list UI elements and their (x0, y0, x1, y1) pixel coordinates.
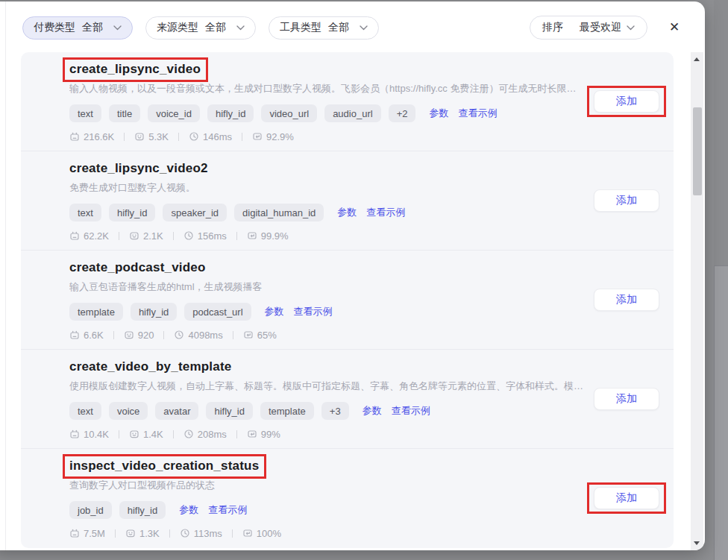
tool-stats: 6.6K 920 4098ms 65% (69, 328, 594, 342)
add-area: 添加 (594, 289, 659, 311)
calls-count: 10.4K (84, 429, 109, 440)
clock-icon (180, 528, 190, 538)
tool-list-item[interactable]: create_video_by_template 使用模版创建数字人视频，自动上… (21, 350, 674, 449)
examples-link[interactable]: 查看示例 (458, 107, 497, 120)
params-link[interactable]: 参数 (265, 305, 284, 318)
scrollbar[interactable] (691, 52, 703, 550)
stat-divider (163, 331, 164, 339)
filter-source-type[interactable]: 来源类型 全部 (145, 16, 256, 40)
success-rate: 99% (261, 429, 280, 440)
stat-divider (232, 529, 233, 538)
tool-select-dialog: 付费类型 全部 来源类型 全部 工具类型 全部 排序 最受欢迎 ✕ creat (0, 1, 705, 550)
tool-list-item[interactable]: create_lipsync_video 输入人物视频，以及一段音频或文本，生成… (21, 52, 674, 151)
tool-name: create_podcast_video (69, 259, 206, 277)
examples-link[interactable]: 查看示例 (208, 503, 247, 517)
stat-divider (236, 430, 237, 438)
clock-icon (183, 429, 194, 439)
stat-divider (119, 232, 119, 240)
tag-line: texttitlevoice_idhifly_idvideo_urlaudio_… (69, 104, 587, 122)
latency-value: 146ms (203, 131, 232, 142)
stat-divider (115, 529, 116, 538)
success-rate: 100% (257, 528, 281, 539)
params-link[interactable]: 参数 (363, 404, 382, 418)
success-rate-icon (247, 230, 257, 241)
filter-value: 全部 (82, 21, 103, 34)
stat-divider (124, 133, 125, 141)
add-button[interactable]: 添加 (594, 289, 659, 311)
tool-list-item[interactable]: create_lipsync_video2 免费生成对口型数字人视频。 text… (21, 151, 674, 251)
tag-chip: job_id (69, 501, 112, 519)
bots-count: 1.3K (139, 528, 160, 539)
close-icon[interactable]: ✕ (666, 19, 682, 36)
sort-dropdown[interactable]: 排序 最受欢迎 (530, 16, 647, 40)
calls-count: 216.6K (84, 131, 114, 142)
tool-name: inspect_video_creation_status (63, 454, 266, 479)
calls-count: 62.2K (84, 230, 109, 242)
tag-chip: digital_human_id (234, 204, 324, 221)
stat-divider (178, 133, 179, 141)
robot-calls-icon (69, 230, 80, 241)
scrollbar-thumb[interactable] (693, 107, 702, 195)
tag-line: templatehifly_idpodcast_url 参数 查看示例 (69, 303, 594, 321)
chevron-down-icon (113, 25, 122, 31)
tag-chip: title (109, 104, 140, 122)
tag-line: textvoiceavatarhifly_idtemplate+3 参数 查看示… (69, 402, 594, 420)
tool-list-item[interactable]: create_podcast_video 输入豆包语音播客生成的html，生成视… (21, 251, 674, 350)
chevron-down-icon (627, 25, 635, 31)
tool-description: 免费生成对口型数字人视频。 (69, 181, 594, 195)
tag-list: job_idhifly_id (69, 501, 173, 519)
tool-stats: 62.2K 2.1K 156ms 99.9% (69, 229, 594, 242)
sort-label: 排序 (542, 21, 563, 34)
clock-icon (174, 330, 184, 340)
chevron-down-icon (236, 25, 245, 31)
add-wrap: 添加 (594, 388, 659, 410)
latency-value: 156ms (198, 230, 227, 242)
dimmed-background-lower (714, 265, 728, 560)
examples-link[interactable]: 查看示例 (392, 404, 430, 418)
scroll-up-icon[interactable] (694, 57, 700, 61)
add-button[interactable]: 添加 (594, 487, 659, 509)
add-wrap: 添加 (594, 289, 659, 311)
tag-list: texttitlevoice_idhifly_idvideo_urlaudio_… (69, 104, 423, 122)
tool-list-item[interactable]: inspect_video_creation_status 查询数字人对口型视频… (21, 449, 674, 547)
examples-link[interactable]: 查看示例 (294, 305, 333, 318)
stat-divider (233, 331, 233, 339)
tag-chip: template (260, 402, 314, 420)
tag-chip: audio_url (324, 104, 381, 122)
bots-count: 1.4K (143, 429, 163, 440)
page-edge-line (5, 1, 6, 550)
stat-divider (113, 331, 114, 339)
robot-calls-icon (69, 528, 80, 538)
tool-description: 输入豆包语音播客生成的html，生成视频播客 (69, 280, 594, 294)
tag-chip: hifly_id (207, 104, 254, 122)
tool-name: create_lipsync_video (63, 57, 208, 82)
examples-link[interactable]: 查看示例 (366, 206, 405, 219)
add-button[interactable]: 添加 (594, 388, 659, 410)
tag-list: templatehifly_idpodcast_url (69, 303, 259, 321)
params-link[interactable]: 参数 (429, 107, 448, 120)
filter-label: 付费类型 (34, 21, 75, 34)
success-rate-icon (247, 429, 257, 439)
params-link[interactable]: 参数 (337, 206, 357, 219)
filter-pay-type[interactable]: 付费类型 全部 (22, 16, 133, 40)
add-button[interactable]: 添加 (594, 90, 659, 113)
tag-chip: podcast_url (184, 303, 251, 321)
stat-divider (242, 133, 242, 141)
robot-calls-icon (69, 131, 80, 142)
params-link[interactable]: 参数 (179, 503, 198, 517)
scroll-down-icon[interactable] (694, 541, 700, 545)
tag-chip: hifly_id (206, 402, 252, 420)
filter-tool-type[interactable]: 工具类型 全部 (269, 16, 379, 40)
bots-count: 2.1K (143, 230, 163, 242)
calls-count: 6.6K (84, 330, 104, 341)
filter-value: 全部 (205, 21, 226, 34)
clock-icon (183, 230, 194, 241)
tag-chip: +3 (321, 402, 349, 420)
header-right: 排序 最受欢迎 ✕ (530, 16, 682, 40)
stat-divider (173, 430, 174, 438)
tool-stats: 216.6K 5.3K 146ms 92.9% (69, 130, 587, 143)
tool-description: 输入人物视频，以及一段音频或文本，生成对口型数字人视频。飞影会员（https:/… (69, 82, 587, 95)
bot-face-icon (129, 230, 139, 241)
stat-divider (169, 529, 170, 538)
add-button[interactable]: 添加 (594, 189, 659, 212)
